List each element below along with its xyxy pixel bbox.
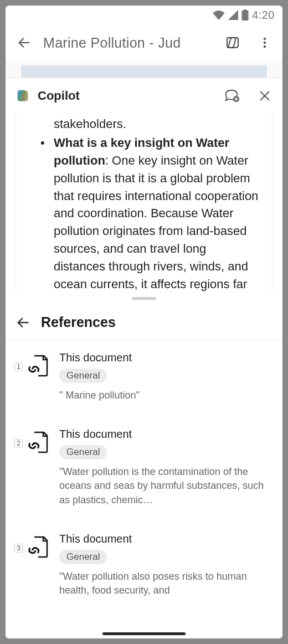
reference-title: This document [59,351,274,364]
copilot-panel-header: Copilot [6,78,282,113]
message-bullet: • What is a key insight on Water polluti… [28,134,260,292]
reference-item[interactable]: 3 This document General [14,533,274,597]
arrow-left-icon [17,35,32,50]
reference-number: 2 [14,439,23,448]
arrow-left-icon [16,315,31,330]
copilot-logo-icon [14,88,31,104]
close-panel-button[interactable] [251,83,278,109]
document-link-icon [25,352,52,379]
reference-number: 1 [14,362,23,371]
clock-text: 4:20 [252,9,275,22]
reference-number: 3 [14,544,23,553]
references-list[interactable]: 1 This document General [6,340,282,638]
copilot-glyph-icon [224,34,241,52]
document-title: Marine Pollution - Jud [43,35,214,51]
reference-item[interactable]: 1 This document General [14,351,274,402]
references-header: References [6,305,282,340]
svg-rect-0 [242,11,249,21]
svg-rect-1 [244,9,247,11]
document-link-icon [25,534,52,560]
reference-snippet: " Marine pollution" [59,389,274,402]
svg-point-3 [264,42,266,44]
message-area[interactable]: stakeholders. • What is a key insight on… [16,113,272,292]
reference-snippet: "Water pollution also poses risks to hum… [59,570,274,597]
new-chat-button[interactable] [218,83,245,109]
more-button[interactable] [251,29,278,56]
reference-snippet: "Water pollution is the contamination of… [59,465,274,507]
reference-tag: General [59,369,107,383]
android-nav-handle[interactable] [6,632,282,635]
document-preview [6,61,282,78]
cellular-icon [228,10,238,20]
more-vertical-icon [258,36,271,49]
references-title: References [41,314,116,330]
bullet-dot: • [40,134,54,292]
svg-point-2 [264,38,266,40]
drag-handle[interactable] [6,292,282,305]
reference-item[interactable]: 2 This document General [14,428,274,507]
references-panel: References 1 [6,305,282,638]
reference-title: This document [59,428,274,441]
svg-point-4 [264,45,266,48]
message-fragment: stakeholders. [28,115,260,133]
copilot-panel-title: Copilot [38,89,212,103]
wifi-icon [213,10,225,20]
reference-tag: General [59,445,107,459]
close-icon [258,89,271,103]
chat-plus-icon [223,88,240,104]
reference-title: This document [59,533,274,545]
battery-icon [241,9,249,21]
document-link-icon [25,429,52,456]
references-back-button[interactable] [10,309,37,336]
status-bar: 4:20 [6,6,282,24]
back-button[interactable] [11,29,38,56]
bullet-content: What is a key insight on Water pollution… [54,134,260,292]
copilot-button[interactable] [219,29,246,56]
reference-tag: General [59,550,107,564]
app-header: Marine Pollution - Jud [6,24,282,61]
bullet-answer: : One key insight on Water pollution is … [54,154,258,292]
